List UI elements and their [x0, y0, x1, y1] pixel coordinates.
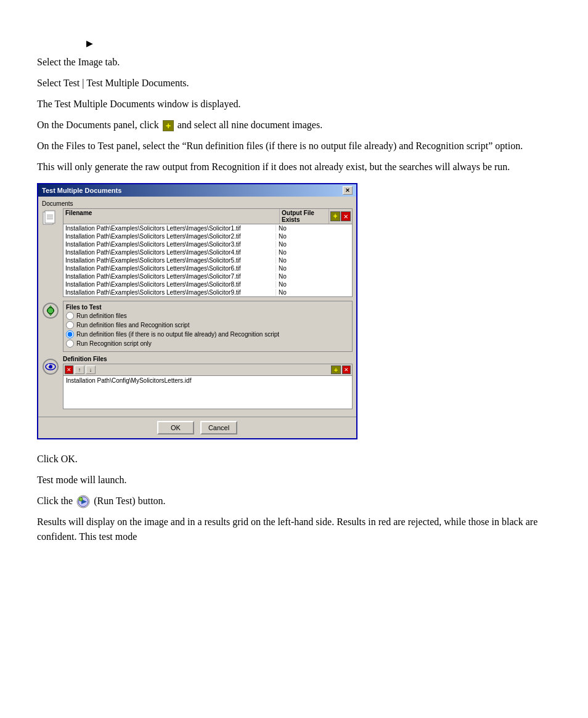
files-to-test-label: Files to Test — [66, 304, 349, 311]
test-multiple-documents-dialog: Test Multiple Documents ✕ Documents — [37, 183, 357, 439]
files-to-test-icon — [42, 302, 59, 319]
radio-run-def-nooutput-label: Run definition files (if there is no out… — [76, 331, 279, 338]
radio-run-recog-only-input[interactable] — [66, 340, 74, 348]
def-remove-button[interactable]: ✕ — [65, 365, 73, 374]
dialog-screenshot: Test Multiple Documents ✕ Documents — [37, 183, 551, 439]
table-row: Installation Path\Examples\Solicitors Le… — [63, 224, 352, 232]
para-click-ok: Click OK. — [37, 452, 551, 467]
svg-text:+: + — [166, 121, 171, 131]
radio-run-recog-only: Run Recognition script only — [66, 340, 349, 348]
def-delete-button[interactable]: ✕ — [342, 365, 351, 374]
para-test-mode: Test mode will launch. — [37, 473, 551, 488]
def-up-button[interactable]: ↑ — [75, 365, 84, 374]
table-row: Installation Path\Examples\Solicitors Le… — [63, 248, 352, 256]
para-files-to-test: On the Files to Test panel, select the “… — [37, 139, 551, 153]
para-click-run: Click the (Run Test) button. — [37, 494, 551, 508]
def-files-panel: Definition Files ✕ ↑ ↓ + ✕ Installat — [63, 356, 353, 409]
bullet-arrow-icon: ▶ — [86, 38, 93, 49]
documents-panel: Filename Output File Exists + ✕ Installa… — [42, 208, 353, 297]
dialog-close-button[interactable]: ✕ — [343, 186, 353, 195]
documents-label: Documents — [42, 200, 353, 207]
radio-run-definition-input[interactable] — [66, 312, 74, 320]
files-to-test-body: Files to Test Run definition files Run d… — [42, 301, 353, 352]
table-row: Installation Path\Examples\Solicitors Le… — [63, 272, 352, 280]
def-down-button[interactable]: ↓ — [86, 365, 96, 374]
def-eye-icon-container — [42, 356, 60, 409]
documents-icon-container — [42, 208, 60, 297]
eye-icon-container — [42, 301, 60, 352]
table-row: Installation Path\Examples\Solicitors Le… — [63, 240, 352, 248]
run-test-icon — [76, 495, 90, 508]
table-row: Installation Path\Examples\Solicitors Le… — [63, 288, 352, 296]
radio-run-definition-label: Run definition files — [76, 312, 127, 319]
radio-run-def-recog-label: Run definition files and Recognition scr… — [76, 322, 189, 328]
table-row: Installation Path\Examples\Solicitors Le… — [63, 264, 352, 272]
file-list: Installation Path\Examples\Solicitors Le… — [63, 224, 353, 297]
para-select-test: Select Test | Test Multiple Documents. — [37, 76, 551, 91]
para-documents-panel: On the Documents panel, click + and sele… — [37, 118, 551, 133]
radio-run-definition: Run definition files — [66, 312, 349, 320]
para-select-image: Select the Image tab. — [37, 55, 551, 70]
col-filename-header: Filename — [63, 209, 280, 224]
definition-files-icon — [42, 358, 59, 375]
add-document-button[interactable]: + — [330, 211, 340, 221]
dialog-body: Documents Filename — [38, 197, 356, 417]
para-results: Results will display on the image and in… — [37, 515, 551, 544]
ok-button[interactable]: OK — [157, 421, 194, 434]
def-files-list: Installation Path\Config\MySolicitorsLet… — [63, 375, 353, 409]
files-to-test-panel: Files to Test Run definition files Run d… — [63, 301, 353, 352]
definition-files-label: Definition Files — [63, 356, 353, 362]
add-documents-icon: + — [163, 120, 174, 131]
radio-run-def-nooutput: Run definition files (if there is no out… — [66, 330, 349, 338]
radio-run-recog-only-label: Run Recognition script only — [76, 340, 152, 347]
table-row: Installation Path\Examples\Solicitors Le… — [63, 256, 352, 264]
radio-run-def-recog-input[interactable] — [66, 321, 74, 329]
def-add-button[interactable]: + — [331, 365, 341, 374]
dialog-titlebar: Test Multiple Documents ✕ — [38, 184, 356, 197]
definition-files-body: Definition Files ✕ ↑ ↓ + ✕ Installat — [42, 356, 353, 409]
documents-table-area: Filename Output File Exists + ✕ Installa… — [63, 208, 353, 297]
col-output-header: Output File Exists — [280, 209, 329, 224]
radio-run-def-nooutput-input[interactable] — [66, 330, 74, 338]
bullet-point: ▶ — [37, 37, 551, 49]
dialog-title: Test Multiple Documents — [42, 187, 121, 194]
table-header-buttons: + ✕ — [329, 209, 352, 224]
radio-run-def-recog: Run definition files and Recognition scr… — [66, 321, 349, 329]
def-files-toolbar: ✕ ↑ ↓ + ✕ — [63, 364, 353, 375]
run-test-svg — [76, 495, 90, 508]
list-item: Installation Path\Config\MySolicitorsLet… — [66, 377, 349, 384]
remove-document-button[interactable]: ✕ — [341, 211, 351, 221]
svg-point-14 — [48, 364, 50, 366]
para-generate-raw: This will only generate the raw output f… — [37, 160, 551, 174]
titlebar-controls: ✕ — [343, 186, 353, 195]
cancel-button[interactable]: Cancel — [200, 421, 237, 434]
para-window-displayed: The Test Multiple Documents window is di… — [37, 97, 551, 112]
definition-files-section: Definition Files ✕ ↑ ↓ + ✕ Installat — [42, 356, 353, 409]
svg-point-18 — [79, 497, 83, 501]
table-header-row: Filename Output File Exists + ✕ — [63, 208, 353, 224]
dialog-footer: OK Cancel — [38, 417, 356, 438]
files-to-test-section: Files to Test Run definition files Run d… — [42, 301, 353, 352]
table-row: Installation Path\Examples\Solicitors Le… — [63, 280, 352, 288]
documents-icon — [42, 210, 58, 227]
table-row: Installation Path\Examples\Solicitors Le… — [63, 232, 352, 240]
